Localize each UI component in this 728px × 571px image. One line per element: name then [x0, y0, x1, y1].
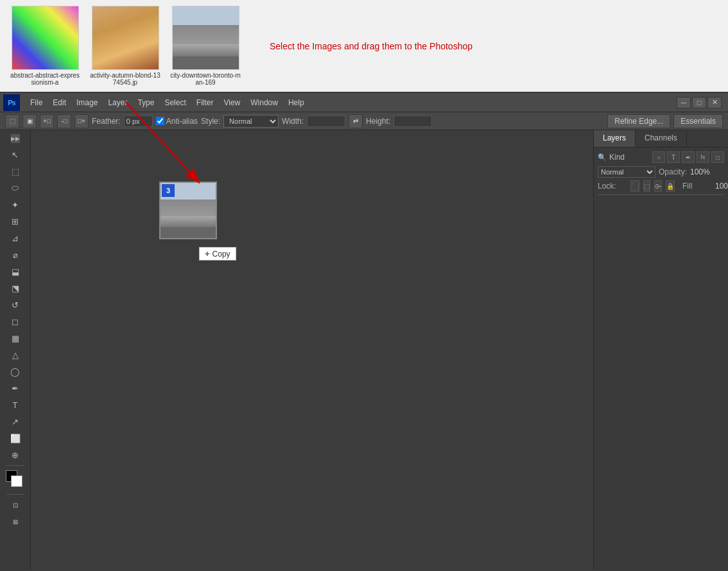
workspace: ▶▶ ↖ ⬚ ⬭ ✦ ⊞ ⊿ ⌀ ⬓ ⬔ ↺ ◻ ▦ △ ◯ ✒ T ↗ ⬜ ⊕: [0, 130, 728, 570]
menu-file[interactable]: File: [25, 96, 48, 110]
tool-clone[interactable]: ⬔: [7, 280, 24, 296]
lock-icon-move[interactable]: ⬚: [643, 180, 650, 192]
tool-history-brush[interactable]: ↺: [7, 297, 24, 312]
options-bar: ⬚ ▣ +□ -□ □+ Feather: Anti-alias Style: …: [0, 112, 728, 130]
width-input[interactable]: [307, 115, 345, 127]
panel-content: 🔍 Kind ○ T ✒ fx □ Normal Multiply: [594, 148, 728, 201]
panel-icon-circle[interactable]: ○: [652, 151, 665, 163]
left-toolbar: ▶▶ ↖ ⬚ ⬭ ✦ ⊞ ⊿ ⌀ ⬓ ⬔ ↺ ◻ ▦ △ ◯ ✒ T ↗ ⬜ ⊕: [0, 130, 31, 570]
menu-layer[interactable]: Layer: [103, 96, 132, 110]
menu-view[interactable]: View: [218, 96, 245, 110]
panel-icon-pen[interactable]: ✒: [682, 151, 695, 163]
canvas-area[interactable]: 3 + Copy: [31, 130, 593, 570]
feather-input[interactable]: [124, 115, 153, 127]
menu-filter[interactable]: Filter: [191, 96, 219, 110]
tool-shape-add[interactable]: +□: [40, 114, 54, 128]
tool-gradient[interactable]: ▦: [7, 330, 24, 346]
tool-options-icon[interactable]: ⬚: [5, 114, 19, 128]
tool-zoom[interactable]: ⊕: [7, 447, 24, 463]
anti-alias-checkbox[interactable]: [156, 117, 164, 125]
tool-screen-mode[interactable]: ⊠: [7, 514, 24, 529]
menu-help[interactable]: Help: [283, 96, 309, 110]
file-thumb-city-label: city-downtown-toronto-man-169: [170, 72, 241, 86]
tool-shape-intersect[interactable]: □+: [74, 114, 89, 128]
tool-path-select[interactable]: ↗: [7, 414, 24, 429]
lock-row: Lock: ⬛ ⬚ ⌱ 🔒 Fill 100%: [598, 180, 724, 192]
panel-icon-group: ○ T ✒ fx □: [627, 151, 724, 163]
minimize-button[interactable]: ─: [677, 97, 691, 108]
style-label: Style:: [201, 117, 220, 126]
panel-icon-mask[interactable]: □: [711, 151, 724, 163]
opacity-label: Opacity:: [659, 167, 688, 176]
copy-plus-icon: +: [205, 249, 210, 259]
toolbar-expand-btn[interactable]: ▶▶: [10, 133, 21, 144]
opacity-row: Opacity: 100%: [659, 167, 710, 176]
drag-image[interactable]: 3: [159, 182, 217, 239]
style-select[interactable]: Normal Fixed Ratio Fixed Size: [223, 115, 279, 128]
panel-icon-t[interactable]: T: [667, 151, 680, 163]
tool-mask-mode[interactable]: ⊡: [7, 497, 24, 513]
tool-quick-select[interactable]: ✦: [7, 197, 24, 212]
width-label: Width:: [282, 117, 304, 126]
menu-image[interactable]: Image: [71, 96, 103, 110]
panel-icon-fx[interactable]: fx: [697, 151, 709, 163]
close-button[interactable]: ✕: [707, 97, 722, 108]
instruction-area: Select the Images and drag them to the P…: [250, 41, 718, 51]
feather-label: Feather:: [92, 117, 121, 126]
autumn-thumbnail: [92, 6, 159, 69]
panel-search-icon: 🔍: [598, 153, 607, 162]
tool-dodge[interactable]: ◯: [7, 364, 24, 379]
tool-shape-sub[interactable]: -□: [57, 114, 71, 128]
city-thumbnail: [173, 6, 239, 69]
lock-label: Lock:: [598, 182, 627, 191]
tool-crop[interactable]: ⊞: [7, 214, 24, 229]
height-input[interactable]: [394, 115, 432, 127]
file-thumb-autumn[interactable]: activity-autumn-blond-1374545.jp: [90, 6, 160, 86]
menu-type[interactable]: Type: [132, 96, 159, 110]
panel-separator: [598, 194, 724, 195]
tab-layers[interactable]: Layers: [594, 130, 636, 147]
file-thumb-autumn-label: activity-autumn-blond-1374545.jp: [90, 72, 160, 86]
tool-shape[interactable]: ⬜: [7, 430, 24, 446]
menu-select[interactable]: Select: [159, 96, 191, 110]
tool-lasso[interactable]: ⬭: [7, 180, 24, 196]
copy-label: Copy: [212, 250, 230, 259]
file-thumb-abstract-label: abstract-abstract-expressionism-a: [10, 72, 80, 86]
tool-eraser[interactable]: ◻: [7, 314, 24, 329]
blend-mode-select[interactable]: Normal Multiply Screen: [598, 166, 655, 178]
panel-kind-label: Kind: [609, 153, 625, 162]
tab-channels[interactable]: Channels: [636, 130, 687, 147]
tool-shape-rect[interactable]: ▣: [22, 114, 37, 128]
lock-icon-art[interactable]: ⌱: [654, 180, 662, 192]
abstract-thumbnail: [12, 6, 78, 69]
essentials-button[interactable]: Essentials: [673, 114, 723, 128]
opacity-value: 100%: [690, 167, 710, 176]
tool-blur[interactable]: △: [7, 347, 24, 362]
swap-dimensions-icon[interactable]: ⇄: [349, 114, 363, 128]
thumb-autumn-img: [92, 6, 159, 70]
file-thumb-abstract[interactable]: abstract-abstract-expressionism-a: [10, 6, 80, 86]
tool-healing[interactable]: ⌀: [7, 247, 24, 262]
refine-edge-button[interactable]: Refine Edge...: [607, 114, 670, 128]
file-thumb-city[interactable]: city-downtown-toronto-man-169: [170, 6, 241, 86]
tool-brush[interactable]: ⬓: [7, 264, 24, 279]
anti-alias-checkbox-area: Anti-alias: [156, 117, 198, 126]
tool-move[interactable]: ↖: [7, 147, 24, 162]
instruction-text: Select the Images and drag them to the P…: [270, 41, 472, 51]
maximize-button[interactable]: □: [692, 97, 706, 108]
tool-pen[interactable]: ✒: [7, 380, 24, 396]
lock-icon-lock[interactable]: 🔒: [666, 180, 675, 192]
panel-tabs: Layers Channels: [594, 130, 728, 148]
color-swatches[interactable]: [6, 470, 25, 490]
tool-text[interactable]: T: [7, 397, 24, 413]
background-color[interactable]: [11, 475, 22, 487]
anti-alias-label: Anti-alias: [166, 117, 198, 126]
tool-select-rect[interactable]: ⬚: [7, 164, 24, 179]
menu-edit[interactable]: Edit: [48, 96, 71, 110]
lock-icon-check[interactable]: ⬛: [630, 180, 639, 192]
ps-window: Ps File Edit Image Layer Type Select Fil…: [0, 93, 728, 571]
panel-search-row: 🔍 Kind ○ T ✒ fx □: [598, 151, 724, 163]
tool-eyedropper[interactable]: ⊿: [7, 230, 24, 246]
fill-label: Fill: [682, 182, 711, 191]
menu-window[interactable]: Window: [245, 96, 283, 110]
